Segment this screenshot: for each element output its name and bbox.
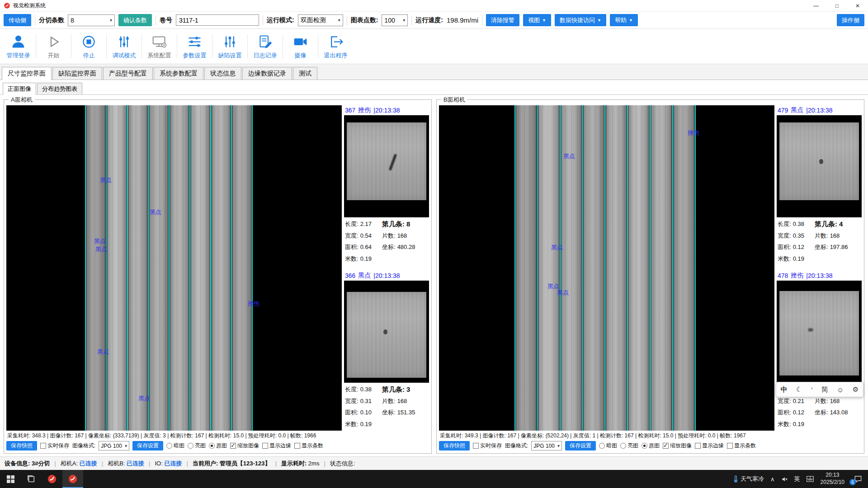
emoji-icon[interactable]: ☺ — [837, 386, 844, 394]
moon-icon[interactable]: ☾ — [796, 385, 802, 394]
save-snapshot-button[interactable]: 保存快照 — [439, 441, 470, 450]
stat-meters: 米数:0.19 — [345, 255, 382, 264]
tab-status-info[interactable]: 状态信息 — [204, 67, 241, 80]
show-edge-checkbox[interactable]: 显示边缘 — [695, 442, 724, 450]
camera-b-image[interactable]: 挫伤 黑点 黑点 黑点 黑点 — [439, 105, 774, 431]
defect-thumbnail[interactable] — [777, 115, 862, 217]
camera-a-image[interactable]: 黑点 黑点 黑点 黑点 挫伤 黑点 黑点 — [6, 105, 342, 431]
save-settings-button[interactable]: 保存设置 — [565, 441, 596, 450]
defect-thumbnail[interactable] — [344, 281, 429, 383]
data-shortcut-menu-button[interactable]: 数据快捷访问 ▼ — [555, 14, 606, 26]
dark-image-radio[interactable]: 暗图 — [599, 442, 617, 450]
camera-capture-button[interactable]: 摄像 — [284, 30, 317, 63]
show-count-checkbox[interactable]: 显示条数 — [294, 442, 323, 450]
system-config-button[interactable]: 系统配置 — [143, 30, 176, 63]
close-button[interactable]: ✕ — [847, 0, 868, 11]
separator — [318, 34, 318, 58]
caret-down-icon: ▼ — [597, 18, 601, 23]
stat-width: 宽度:0.21 — [778, 397, 815, 407]
run-mode-select[interactable]: 双面检测 ▾ — [298, 14, 343, 26]
separator: | — [324, 460, 325, 467]
exit-program-button[interactable]: 退出程序 — [319, 30, 352, 63]
defect-header: 366 黑点 |20:13:38 — [344, 271, 429, 281]
tab-product-model[interactable]: 产品型号配置 — [103, 67, 153, 80]
defect-card[interactable]: 367 挫伤 |20:13:38 长度:2.17 — [344, 105, 429, 265]
stat-meters: 米数:0.19 — [778, 255, 815, 264]
apostrophe-icon[interactable]: ’ — [811, 386, 812, 394]
tab-system-params[interactable]: 系统参数配置 — [154, 67, 203, 80]
clear-alarm-button[interactable]: 清除报警 — [486, 14, 519, 26]
volume-icon[interactable] — [778, 470, 791, 488]
start-button[interactable] — [0, 470, 21, 488]
minimize-button[interactable]: — — [806, 0, 826, 11]
stat-coord: 坐标:143.08 — [815, 408, 861, 418]
defect-thumbnail[interactable] — [777, 281, 862, 383]
stat-width: 宽度:0.31 — [345, 397, 382, 407]
chart-points-select[interactable]: 100 ▾ — [382, 14, 408, 26]
defect-mark — [819, 159, 823, 164]
tab-defect-monitor[interactable]: 缺陷监控界面 — [52, 67, 102, 80]
defect-thumbnail[interactable] — [344, 115, 429, 217]
tab-test[interactable]: 测试 — [293, 67, 317, 80]
defect-card[interactable]: 478 挫伤 |20:13:38 长度:0.57 — [777, 271, 862, 431]
drive-side-button[interactable]: 传动侧 — [4, 14, 31, 26]
zoom-image-checkbox[interactable]: 缩放图像 — [230, 442, 259, 450]
roll-number-input[interactable] — [176, 14, 259, 26]
bright-image-radio[interactable]: 亮图 — [188, 442, 206, 450]
confirm-count-button[interactable]: 确认条数 — [118, 14, 152, 26]
maximize-button[interactable]: □ — [826, 0, 847, 11]
tray-expand-button[interactable]: ∧ — [767, 470, 778, 488]
operate-side-button[interactable]: 操作侧 — [837, 14, 864, 26]
realtime-save-checkbox[interactable]: 实时保存 — [473, 442, 502, 450]
param-settings-button[interactable]: 参数设置 — [178, 30, 211, 63]
taskbar-clock[interactable]: 20:13 2025/2/10 — [817, 472, 848, 486]
separator — [36, 34, 36, 58]
show-count-checkbox[interactable]: 显示条数 — [727, 442, 756, 450]
view-menu-button[interactable]: 视图 ▼ — [523, 14, 551, 26]
defect-id: 479 — [778, 107, 788, 114]
action-center-button[interactable]: 6 — [848, 470, 868, 488]
chevron-down-icon: ▾ — [403, 18, 405, 23]
save-snapshot-button[interactable]: 保存快照 — [6, 441, 37, 450]
task-view-button[interactable] — [21, 470, 42, 488]
format-select[interactable]: JPG 100▾ — [99, 441, 129, 450]
help-menu-button[interactable]: 帮助 ▼ — [610, 14, 638, 26]
stat-strip: 第几条:3 — [382, 385, 428, 395]
log-record-button[interactable]: 日志记录 — [249, 30, 282, 63]
stop-button[interactable]: 停止 — [72, 30, 105, 63]
admin-login-button[interactable]: 管理登录 — [2, 30, 35, 63]
strip — [651, 105, 673, 431]
defect-card[interactable]: 479 黑点 |20:13:38 长度:0.38 — [777, 105, 862, 265]
dark-image-radio[interactable]: 暗图 — [166, 442, 184, 450]
show-edge-checkbox[interactable]: 显示边缘 — [262, 442, 291, 450]
zoom-image-checkbox[interactable]: 缩放图像 — [663, 442, 692, 450]
strip — [170, 105, 190, 431]
gear-icon[interactable]: ⚙ — [853, 385, 859, 394]
slit-count-select[interactable]: 8 ▾ — [68, 14, 115, 26]
separator — [106, 34, 107, 58]
separator — [247, 34, 248, 58]
subtab-trend-chart[interactable]: 分布趋势图表 — [37, 83, 82, 94]
tab-edge-data[interactable]: 边缘数据记录 — [242, 67, 292, 80]
taskbar-app-icon-active[interactable] — [62, 470, 83, 488]
defect-settings-button[interactable]: 缺陷设置 — [213, 30, 246, 63]
bright-image-radio[interactable]: 亮图 — [620, 442, 638, 450]
original-image-radio[interactable]: 原图 — [209, 442, 227, 450]
ime-mode-button[interactable]: 中 — [781, 385, 788, 394]
start-button[interactable]: 开始 — [37, 30, 70, 63]
save-settings-button[interactable]: 保存设置 — [132, 441, 163, 450]
tab-size-monitor[interactable]: 尺寸监控界面 — [2, 67, 52, 80]
ime-simplified-button[interactable]: 简 — [821, 385, 828, 394]
touch-keyboard-icon[interactable] — [803, 470, 817, 488]
subtab-front-image[interactable]: 正面图像 — [3, 83, 36, 95]
taskbar-app-icon[interactable] — [42, 470, 62, 488]
format-select[interactable]: JPG 100▾ — [531, 441, 562, 450]
realtime-save-checkbox[interactable]: 实时保存 — [40, 442, 69, 450]
original-image-radio[interactable]: 原图 — [642, 442, 660, 450]
defect-card[interactable]: 366 黑点 |20:13:38 长度:0.38 — [344, 271, 429, 431]
debug-mode-button[interactable]: 调试模式 — [108, 30, 141, 63]
chevron-down-icon: ▾ — [110, 18, 112, 23]
exit-icon — [327, 33, 344, 50]
input-language-indicator[interactable]: 英 — [791, 470, 803, 488]
weather-widget[interactable]: 天气寒冷 — [730, 470, 767, 488]
